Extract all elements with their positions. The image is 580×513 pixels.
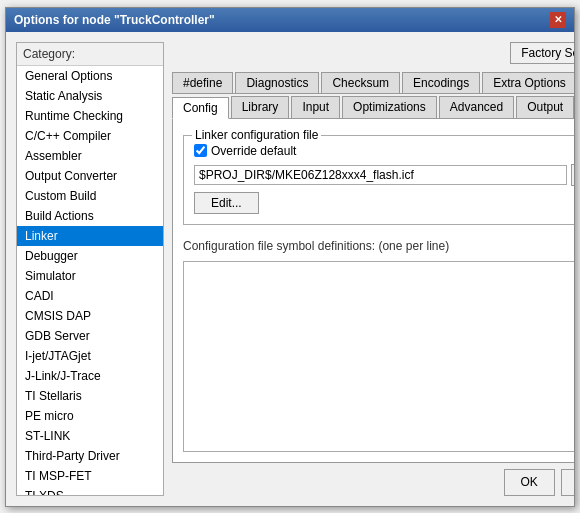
tab-input[interactable]: Input bbox=[291, 96, 340, 118]
tab-advanced[interactable]: Advanced bbox=[439, 96, 514, 118]
tab-define[interactable]: #define bbox=[172, 72, 233, 93]
sidebar-item-cpp-compiler[interactable]: C/C++ Compiler bbox=[17, 126, 163, 146]
sidebar-item-simulator[interactable]: Simulator bbox=[17, 266, 163, 286]
sidebar-item-jlink-jtrace[interactable]: J-Link/J-Trace bbox=[17, 366, 163, 386]
inner-tabs: Config Library Input Optimizations Advan… bbox=[172, 96, 574, 119]
override-label: Override default bbox=[211, 144, 296, 158]
sidebar-item-ti-stellaris[interactable]: TI Stellaris bbox=[17, 386, 163, 406]
sidebar: Category: General Options Static Analysi… bbox=[16, 42, 164, 496]
path-row: ... bbox=[194, 164, 574, 186]
sidebar-item-assembler[interactable]: Assembler bbox=[17, 146, 163, 166]
symbol-definitions-area[interactable]: ▲ ▼ bbox=[183, 261, 574, 452]
category-label: Category: bbox=[17, 43, 163, 66]
linker-config-group: Linker configuration file Override defau… bbox=[183, 135, 574, 225]
footer-buttons: OK 取消 bbox=[172, 463, 574, 496]
sidebar-item-debugger[interactable]: Debugger bbox=[17, 246, 163, 266]
main-panel: Factory Settings #define Diagnostics Che… bbox=[172, 42, 574, 496]
sidebar-item-cadi[interactable]: CADI bbox=[17, 286, 163, 306]
edit-button[interactable]: Edit... bbox=[194, 192, 259, 214]
content-area: Linker configuration file Override defau… bbox=[172, 119, 574, 463]
sidebar-item-custom-build[interactable]: Custom Build bbox=[17, 186, 163, 206]
window-title: Options for node "TruckController" bbox=[14, 13, 215, 27]
sidebar-item-st-link[interactable]: ST-LINK bbox=[17, 426, 163, 446]
window-body: Category: General Options Static Analysi… bbox=[6, 32, 574, 506]
tab-optimizations[interactable]: Optimizations bbox=[342, 96, 437, 118]
tab-checksum[interactable]: Checksum bbox=[321, 72, 400, 93]
sidebar-item-cmsis-dap[interactable]: CMSIS DAP bbox=[17, 306, 163, 326]
override-checkbox[interactable] bbox=[194, 144, 207, 157]
tab-encodings[interactable]: Encodings bbox=[402, 72, 480, 93]
main-window: Options for node "TruckController" ✕ Cat… bbox=[5, 7, 575, 507]
close-button[interactable]: ✕ bbox=[550, 12, 566, 28]
outer-tabs: #define Diagnostics Checksum Encodings E… bbox=[172, 72, 574, 94]
ok-button[interactable]: OK bbox=[504, 469, 555, 496]
path-input[interactable] bbox=[194, 165, 567, 185]
factory-settings-button[interactable]: Factory Settings bbox=[510, 42, 574, 64]
sidebar-item-gdb-server[interactable]: GDB Server bbox=[17, 326, 163, 346]
tab-library[interactable]: Library bbox=[231, 96, 290, 118]
title-bar: Options for node "TruckController" ✕ bbox=[6, 8, 574, 32]
sidebar-item-build-actions[interactable]: Build Actions bbox=[17, 206, 163, 226]
override-default-row: Override default bbox=[194, 144, 574, 158]
tab-diagnostics[interactable]: Diagnostics bbox=[235, 72, 319, 93]
sidebar-item-pe-micro[interactable]: PE micro bbox=[17, 406, 163, 426]
sidebar-item-static-analysis[interactable]: Static Analysis bbox=[17, 86, 163, 106]
tab-extra-options[interactable]: Extra Options bbox=[482, 72, 574, 93]
factory-settings-row: Factory Settings bbox=[172, 42, 574, 64]
sidebar-item-ijet-jtagjet[interactable]: I-jet/JTAGjet bbox=[17, 346, 163, 366]
sidebar-item-ti-xds[interactable]: TI XDS bbox=[17, 486, 163, 496]
tab-config[interactable]: Config bbox=[172, 97, 229, 119]
sidebar-item-third-party-driver[interactable]: Third-Party Driver bbox=[17, 446, 163, 466]
sidebar-item-runtime-checking[interactable]: Runtime Checking bbox=[17, 106, 163, 126]
sidebar-item-general-options[interactable]: General Options bbox=[17, 66, 163, 86]
sidebar-item-output-converter[interactable]: Output Converter bbox=[17, 166, 163, 186]
sidebar-item-linker[interactable]: Linker bbox=[17, 226, 163, 246]
browse-button[interactable]: ... bbox=[571, 164, 574, 186]
group-legend: Linker configuration file bbox=[192, 128, 321, 142]
sidebar-item-ti-msp-fet[interactable]: TI MSP-FET bbox=[17, 466, 163, 486]
config-symbol-label: Configuration file symbol definitions: (… bbox=[183, 239, 574, 253]
tab-output[interactable]: Output bbox=[516, 96, 574, 118]
cancel-button[interactable]: 取消 bbox=[561, 469, 574, 496]
